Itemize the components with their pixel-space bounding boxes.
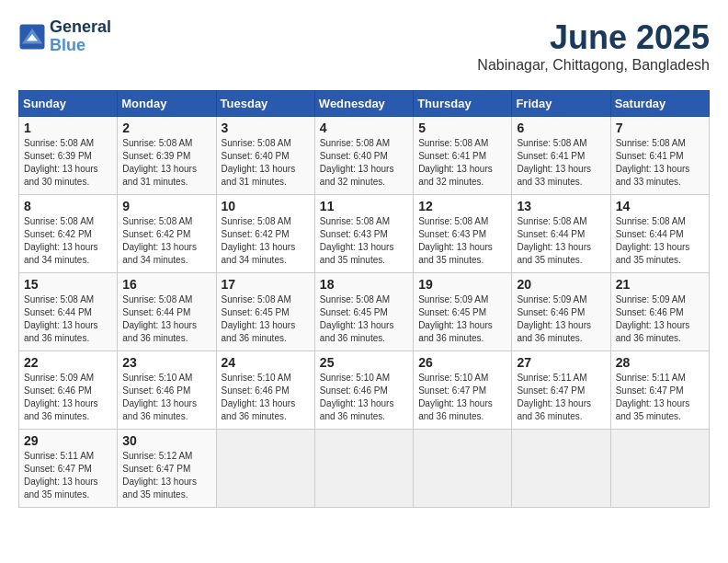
calendar-cell: 16Sunrise: 5:08 AMSunset: 6:44 PMDayligh… [118, 273, 216, 351]
day-detail: Sunrise: 5:08 AMSunset: 6:42 PMDaylight:… [222, 215, 310, 267]
header-monday: Monday [118, 91, 216, 117]
calendar-cell: 28Sunrise: 5:11 AMSunset: 6:47 PMDayligh… [610, 351, 709, 430]
calendar-cell: 22Sunrise: 5:09 AMSunset: 6:46 PMDayligh… [19, 351, 118, 430]
calendar-cell: 12Sunrise: 5:08 AMSunset: 6:43 PMDayligh… [414, 195, 512, 273]
day-number: 26 [418, 355, 506, 370]
day-number: 30 [122, 433, 210, 448]
calendar-cell: 21Sunrise: 5:09 AMSunset: 6:46 PMDayligh… [610, 273, 709, 351]
calendar-cell: 20Sunrise: 5:09 AMSunset: 6:46 PMDayligh… [512, 273, 610, 351]
calendar-cell: 7Sunrise: 5:08 AMSunset: 6:41 PMDaylight… [610, 117, 709, 195]
calendar-cell: 13Sunrise: 5:08 AMSunset: 6:44 PMDayligh… [512, 195, 610, 273]
day-detail: Sunrise: 5:08 AMSunset: 6:45 PMDaylight:… [320, 293, 408, 345]
title-section: June 2025 Nabinagar, Chittagong, Banglad… [477, 18, 710, 74]
calendar-cell: 4Sunrise: 5:08 AMSunset: 6:40 PMDaylight… [314, 117, 413, 195]
day-detail: Sunrise: 5:10 AMSunset: 6:46 PMDaylight:… [222, 372, 310, 423]
day-detail: Sunrise: 5:11 AMSunset: 6:47 PMDaylight:… [24, 450, 112, 501]
day-number: 10 [222, 199, 310, 213]
day-detail: Sunrise: 5:10 AMSunset: 6:47 PMDaylight:… [418, 372, 506, 423]
day-number: 9 [122, 199, 210, 213]
day-detail: Sunrise: 5:12 AMSunset: 6:47 PMDaylight:… [122, 450, 210, 501]
day-number: 13 [517, 199, 605, 213]
calendar-cell: 9Sunrise: 5:08 AMSunset: 6:42 PMDaylight… [118, 195, 216, 273]
day-detail: Sunrise: 5:09 AMSunset: 6:46 PMDaylight:… [616, 293, 704, 345]
day-detail: Sunrise: 5:09 AMSunset: 6:46 PMDaylight:… [517, 293, 605, 345]
calendar-cell: 29Sunrise: 5:11 AMSunset: 6:47 PMDayligh… [19, 430, 118, 508]
day-number: 11 [320, 199, 408, 213]
day-detail: Sunrise: 5:09 AMSunset: 6:45 PMDaylight:… [418, 293, 506, 345]
day-detail: Sunrise: 5:08 AMSunset: 6:41 PMDaylight:… [517, 137, 605, 189]
header-sunday: Sunday [19, 91, 118, 117]
calendar-cell: 18Sunrise: 5:08 AMSunset: 6:45 PMDayligh… [314, 273, 413, 351]
day-detail: Sunrise: 5:08 AMSunset: 6:44 PMDaylight:… [517, 215, 605, 267]
calendar-week-1: 1Sunrise: 5:08 AMSunset: 6:39 PMDaylight… [19, 117, 710, 195]
day-detail: Sunrise: 5:08 AMSunset: 6:44 PMDaylight:… [24, 293, 112, 345]
day-number: 28 [616, 355, 704, 370]
calendar-cell [314, 430, 413, 508]
calendar-cell: 1Sunrise: 5:08 AMSunset: 6:39 PMDaylight… [19, 117, 118, 195]
calendar-cell: 26Sunrise: 5:10 AMSunset: 6:47 PMDayligh… [414, 351, 512, 430]
day-number: 15 [24, 277, 112, 292]
header-saturday: Saturday [610, 91, 709, 117]
day-number: 27 [517, 355, 605, 370]
calendar-cell: 23Sunrise: 5:10 AMSunset: 6:46 PMDayligh… [118, 351, 216, 430]
day-detail: Sunrise: 5:08 AMSunset: 6:44 PMDaylight:… [616, 215, 704, 267]
calendar-cell: 11Sunrise: 5:08 AMSunset: 6:43 PMDayligh… [314, 195, 413, 273]
calendar-table: Sunday Monday Tuesday Wednesday Thursday… [18, 90, 710, 508]
day-number: 20 [517, 277, 605, 292]
day-detail: Sunrise: 5:08 AMSunset: 6:42 PMDaylight:… [122, 215, 210, 267]
day-detail: Sunrise: 5:08 AMSunset: 6:40 PMDaylight:… [222, 137, 310, 189]
day-detail: Sunrise: 5:11 AMSunset: 6:47 PMDaylight:… [517, 372, 605, 423]
logo-line2: Blue [50, 37, 111, 55]
header-friday: Friday [512, 91, 610, 117]
day-number: 2 [122, 121, 210, 135]
location-title: Nabinagar, Chittagong, Bangladesh [477, 57, 710, 74]
day-number: 7 [616, 121, 704, 135]
day-number: 24 [222, 355, 310, 370]
day-number: 23 [122, 355, 210, 370]
day-detail: Sunrise: 5:08 AMSunset: 6:41 PMDaylight:… [616, 137, 704, 189]
calendar-cell: 10Sunrise: 5:08 AMSunset: 6:42 PMDayligh… [216, 195, 314, 273]
day-detail: Sunrise: 5:10 AMSunset: 6:46 PMDaylight:… [122, 372, 210, 423]
calendar-cell: 14Sunrise: 5:08 AMSunset: 6:44 PMDayligh… [610, 195, 709, 273]
calendar-cell: 30Sunrise: 5:12 AMSunset: 6:47 PMDayligh… [118, 430, 216, 508]
header-thursday: Thursday [414, 91, 512, 117]
day-detail: Sunrise: 5:09 AMSunset: 6:46 PMDaylight:… [24, 372, 112, 423]
calendar-cell: 5Sunrise: 5:08 AMSunset: 6:41 PMDaylight… [414, 117, 512, 195]
logo-icon [18, 23, 46, 51]
calendar-cell: 3Sunrise: 5:08 AMSunset: 6:40 PMDaylight… [216, 117, 314, 195]
day-detail: Sunrise: 5:08 AMSunset: 6:43 PMDaylight:… [418, 215, 506, 267]
calendar-cell: 19Sunrise: 5:09 AMSunset: 6:45 PMDayligh… [414, 273, 512, 351]
day-number: 4 [320, 121, 408, 135]
calendar-cell [414, 430, 512, 508]
day-detail: Sunrise: 5:08 AMSunset: 6:39 PMDaylight:… [24, 137, 112, 189]
day-number: 1 [24, 121, 112, 135]
day-number: 16 [122, 277, 210, 292]
day-number: 14 [616, 199, 704, 213]
day-number: 17 [222, 277, 310, 292]
day-detail: Sunrise: 5:08 AMSunset: 6:43 PMDaylight:… [320, 215, 408, 267]
day-number: 3 [222, 121, 310, 135]
header-row: Sunday Monday Tuesday Wednesday Thursday… [19, 91, 710, 117]
logo: General Blue [18, 18, 111, 55]
day-number: 18 [320, 277, 408, 292]
day-detail: Sunrise: 5:11 AMSunset: 6:47 PMDaylight:… [616, 372, 704, 423]
day-number: 5 [418, 121, 506, 135]
calendar-cell [512, 430, 610, 508]
calendar-cell: 17Sunrise: 5:08 AMSunset: 6:45 PMDayligh… [216, 273, 314, 351]
header-wednesday: Wednesday [314, 91, 413, 117]
calendar-cell: 8Sunrise: 5:08 AMSunset: 6:42 PMDaylight… [19, 195, 118, 273]
day-number: 25 [320, 355, 408, 370]
day-number: 6 [517, 121, 605, 135]
day-detail: Sunrise: 5:08 AMSunset: 6:45 PMDaylight:… [222, 293, 310, 345]
day-number: 19 [418, 277, 506, 292]
calendar-week-2: 8Sunrise: 5:08 AMSunset: 6:42 PMDaylight… [19, 195, 710, 273]
logo-line1: General [50, 18, 111, 37]
calendar-cell: 27Sunrise: 5:11 AMSunset: 6:47 PMDayligh… [512, 351, 610, 430]
calendar-cell: 15Sunrise: 5:08 AMSunset: 6:44 PMDayligh… [19, 273, 118, 351]
day-detail: Sunrise: 5:08 AMSunset: 6:44 PMDaylight:… [122, 293, 210, 345]
calendar-body: 1Sunrise: 5:08 AMSunset: 6:39 PMDaylight… [19, 117, 710, 508]
day-number: 8 [24, 199, 112, 213]
calendar-week-4: 22Sunrise: 5:09 AMSunset: 6:46 PMDayligh… [19, 351, 710, 430]
month-title: June 2025 [477, 18, 710, 57]
day-detail: Sunrise: 5:08 AMSunset: 6:41 PMDaylight:… [418, 137, 506, 189]
